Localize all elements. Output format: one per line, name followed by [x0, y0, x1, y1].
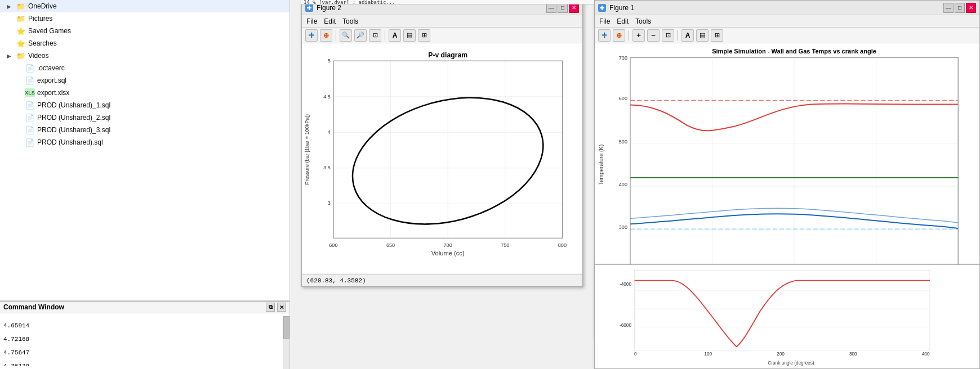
file-item[interactable]: 📄 export.sql [0, 74, 289, 87]
svg-text:650: 650 [386, 242, 395, 248]
svg-text:500: 500 [619, 139, 627, 145]
figure1-icon [598, 4, 606, 12]
svg-text:Temperature (K): Temperature (K) [598, 145, 604, 185]
figure-bottom-svg: -4000 -6000 0 100 200 300 400 Crank angl… [595, 265, 979, 368]
svg-text:600: 600 [619, 96, 627, 101]
cw-line: 4.65914 [3, 322, 286, 329]
toolbar-separator [629, 30, 629, 40]
file-item[interactable]: 📄 .octaverc [0, 62, 289, 74]
file-item[interactable]: 📁 Pictures [0, 12, 289, 25]
figure2-menu-file[interactable]: File [306, 17, 317, 25]
chevron-icon [16, 127, 25, 133]
command-window-scrollbar[interactable] [283, 316, 289, 369]
svg-text:-6000: -6000 [620, 323, 632, 328]
command-window-undock-button[interactable]: ⧉ [266, 303, 275, 312]
file-label: PROD (Unshared).sql [37, 138, 103, 146]
chevron-icon [16, 65, 25, 71]
figure-bottom-window: -4000 -6000 0 100 200 300 400 Crank angl… [594, 264, 980, 369]
toolbar-separator [678, 30, 678, 40]
file-label: Videos [28, 52, 48, 60]
figure1-legend-button[interactable]: ▤ [696, 29, 709, 42]
figure1-zoom-fit-button[interactable]: ⊡ [662, 29, 674, 42]
svg-text:750: 750 [501, 242, 509, 248]
file-icon: 📄 [25, 64, 35, 73]
figure2-coordinates: (620.83, 4.3582) [306, 277, 366, 284]
file-label: PROD (Unshared)_1.sql [37, 101, 110, 109]
figure1-menu-edit[interactable]: Edit [617, 17, 629, 25]
figure1-text-button[interactable]: A [681, 29, 694, 42]
cw-line: 4.75647 [3, 349, 286, 356]
file-item[interactable]: ⭐ Saved Games [0, 25, 289, 37]
toolbar-separator [385, 30, 385, 40]
figure2-pan-button[interactable]: ✛ [305, 29, 318, 42]
svg-rect-1 [309, 6, 310, 10]
command-window-content[interactable]: 4.65914 4.72168 4.75647 4.76179 4.73755 … [0, 313, 289, 366]
chevron-icon [7, 16, 16, 22]
file-item[interactable]: ▶ 📁 OneDrive [0, 0, 289, 12]
figure2-icon [305, 4, 313, 12]
file-item[interactable]: 📄 PROD (Unshared)_2.sql [0, 111, 289, 124]
file-item[interactable]: 📄 PROD (Unshared)_3.sql [0, 124, 289, 136]
figure1-minimize-button[interactable]: — [943, 3, 954, 13]
figure1-menubar: File Edit Tools [595, 15, 979, 28]
figure1-zoom-out-button[interactable]: − [647, 29, 660, 42]
file-item[interactable]: ▶ 📁 Videos [0, 50, 289, 62]
chevron-icon [7, 40, 16, 47]
figure2-toolbar: ✛ ⊕ 🔍 🔎 ⊡ A ▤ ⊞ [302, 28, 582, 43]
figure2-grid-button[interactable]: ⊞ [418, 29, 430, 42]
file-explorer: ▶ 📁 OneDrive 📁 Pictures ⭐ Saved Games ⭐ … [0, 0, 290, 301]
figure2-menu-edit[interactable]: Edit [324, 17, 336, 25]
svg-text:800: 800 [558, 242, 567, 248]
chevron-icon [16, 115, 25, 121]
folder-icon: 📁 [16, 14, 26, 23]
figure2-rotate-button[interactable]: ⊕ [320, 29, 332, 42]
figure1-menu-tools[interactable]: Tools [635, 17, 651, 25]
figure1-zoom-in-button[interactable]: + [632, 29, 645, 42]
chevron-icon [16, 140, 25, 146]
figure1-grid-button[interactable]: ⊞ [711, 29, 723, 42]
figure1-maximize-button[interactable]: □ [955, 3, 965, 13]
svg-text:300: 300 [849, 352, 857, 357]
figure1-menu-file[interactable]: File [599, 17, 610, 25]
sql-file-icon: 📄 [25, 101, 35, 110]
figure1-titlebar: Figure 1 — □ ✕ [595, 1, 979, 15]
figure2-menu-tools[interactable]: Tools [342, 17, 358, 25]
command-window: Command Window ⧉ ✕ 4.65914 4.72168 4.756… [0, 301, 290, 369]
file-item[interactable]: 📄 PROD (Unshared)_1.sql [0, 99, 289, 111]
svg-text:600: 600 [329, 242, 337, 248]
svg-text:-4000: -4000 [620, 282, 632, 287]
svg-text:4.5: 4.5 [323, 94, 331, 100]
svg-text:300: 300 [619, 224, 627, 230]
sql-file-icon: 📄 [25, 113, 35, 122]
toolbar-separator [336, 30, 336, 40]
figure1-rotate-button[interactable]: ⊕ [613, 29, 625, 42]
file-item[interactable]: XLS export.xlsx [0, 87, 289, 99]
figure2-text-button[interactable]: A [389, 29, 401, 42]
figure1-close-button[interactable]: ✕ [966, 3, 976, 13]
file-label: Saved Games [28, 27, 71, 35]
figure1-pan-button[interactable]: ✛ [598, 29, 611, 42]
figure2-zoom-out-button[interactable]: 🔎 [354, 29, 367, 42]
chevron-icon [16, 90, 25, 96]
editor-strip-text: 14 % [var,dvar] = adiabatic... [304, 0, 395, 4]
svg-text:Crank angle (degrees): Crank angle (degrees) [768, 361, 814, 366]
file-label: PROD (Unshared)_3.sql [37, 126, 110, 134]
file-label: PROD (Unshared)_2.sql [37, 114, 110, 122]
svg-text:700: 700 [444, 242, 452, 248]
file-item[interactable]: ⭐ Searches [0, 37, 289, 50]
scrollbar-thumb[interactable] [283, 316, 289, 339]
chevron-icon [16, 78, 25, 84]
file-label: export.xlsx [37, 89, 69, 97]
figure2-plot-area: P-v diagram Pressure (bar [1bar = 100kPa… [302, 43, 582, 273]
figure2-legend-button[interactable]: ▤ [403, 29, 416, 42]
file-label: OneDrive [28, 2, 57, 10]
command-window-close-button[interactable]: ✕ [277, 303, 286, 312]
figure2-zoom-in-button[interactable]: 🔍 [340, 29, 352, 42]
svg-text:400: 400 [619, 182, 627, 187]
svg-text:700: 700 [619, 55, 627, 61]
figure2-zoom-fit-button[interactable]: ⊡ [369, 29, 381, 42]
svg-text:400: 400 [922, 352, 930, 357]
svg-text:100: 100 [704, 352, 712, 357]
file-item[interactable]: 📄 PROD (Unshared).sql [0, 136, 289, 148]
folder-icon: 📁 [16, 2, 26, 11]
